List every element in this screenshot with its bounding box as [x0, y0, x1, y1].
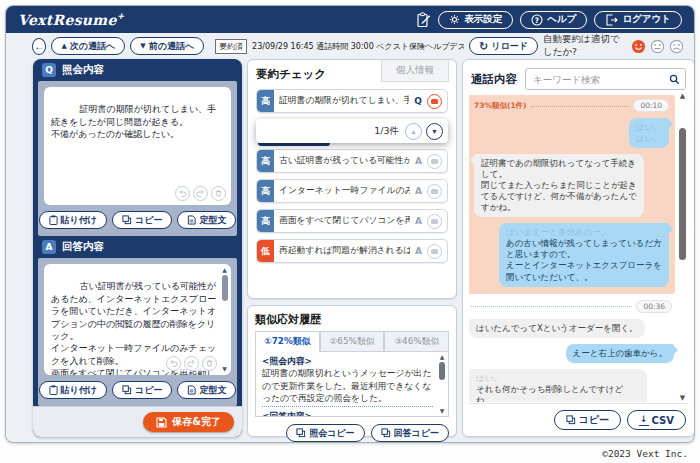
comment-icon[interactable] — [427, 184, 442, 199]
next-call-button[interactable]: ▲次の通話へ — [51, 37, 125, 55]
transcript-copy-button[interactable]: コピー — [554, 410, 621, 430]
answer-template-button[interactable]: 定型文 — [177, 381, 236, 399]
answer-title: 回答内容 — [62, 240, 104, 254]
summary-item[interactable]: 低再起動すれば問題が解消されるはず…A — [256, 239, 448, 263]
chat-line: 証明書であの期限切れってなって手続きして。 — [481, 158, 637, 180]
summary-item[interactable]: 高古い証明書が残っている可能性があ…A — [256, 149, 448, 173]
prev-call-button[interactable]: ▼前の通話へ — [130, 37, 204, 55]
redo-icon[interactable] — [184, 356, 199, 371]
summary-item[interactable]: 高インターネット一時ファイルのみチ…A — [256, 179, 448, 203]
similar-tabs: ①72%類似 ②65%類似 ③46%類似 — [255, 331, 449, 352]
inquiry-copy-button[interactable]: 照会コピー — [286, 424, 364, 442]
header-actions: 表示設定 ? ヘルプ ログアウト — [416, 11, 682, 29]
reload-button[interactable]: ↻リロード — [469, 37, 538, 55]
chat-scrollbar[interactable]: ▲ ▼ — [677, 92, 688, 402]
search-input[interactable] — [531, 73, 665, 86]
scroll-down-icon[interactable]: ▼ — [440, 407, 445, 415]
csv-download-button[interactable]: ↓CSV — [627, 410, 686, 430]
answer-buttons: 貼り付け コピー 定型文 — [44, 375, 231, 402]
undo-icon[interactable] — [175, 186, 190, 201]
answer-paste-button[interactable]: 貼り付け — [39, 381, 107, 399]
answer-edit-tools — [166, 356, 217, 371]
tab-similar-46[interactable]: ③46%類似 — [384, 331, 449, 352]
comment-icon[interactable] — [427, 244, 442, 259]
trash-icon[interactable] — [202, 356, 217, 371]
summary-text: 証明書の期限が切れてしまい、手続… — [279, 95, 409, 107]
call-footer-buttons: コピー ↓CSV — [554, 410, 686, 430]
pager-down-button[interactable]: ▼ — [426, 123, 443, 140]
summary-list: 高証明書の期限が切れてしまい、手続…Q1/3件▲▼高古い証明書が残っている可能性… — [256, 89, 448, 263]
summary-text: 画面をすべて閉じてパソコンを再起… — [279, 215, 410, 227]
similar-answer-label: <回答内容> — [262, 410, 433, 417]
document-icon — [187, 385, 196, 395]
scroll-up-icon[interactable]: ▲ — [680, 92, 685, 100]
similar-scrollbar[interactable]: ▲▼ — [437, 353, 447, 415]
summary-check-card: 要約チェック 個人情報 高証明書の期限が切れてしまい、手続…Q1/3件▲▼高古い… — [247, 59, 457, 299]
inquiry-paste-button[interactable]: 貼り付け — [39, 211, 107, 229]
inquiry-copy-button[interactable]: コピー — [112, 211, 172, 229]
save-icon — [156, 417, 167, 428]
copy-label: コピー — [135, 384, 162, 397]
a-icon: A — [42, 240, 56, 254]
neutral-face-icon[interactable] — [650, 39, 665, 54]
template-label: 定型文 — [199, 384, 226, 397]
scroll-thumb[interactable] — [222, 275, 228, 301]
tab-similar-72[interactable]: ①72%類似 — [255, 331, 320, 352]
summary-pager: 1/3件▲▼ — [256, 119, 448, 143]
inquiry-header: Q 照会内容 — [33, 59, 242, 81]
chat-bubble-right: えーと右上の歯車から。 — [566, 344, 675, 363]
answer-textarea[interactable]: 古い証明書が残っている可能性があるため、インターネットエクスプローラを開いていた… — [44, 264, 231, 375]
inquiry-text: 証明書の期限が切れてしまい、手続きをしたが同じ問題が起きる。 不備があったのか確… — [51, 104, 216, 139]
memo-icon[interactable] — [416, 12, 431, 28]
pager-up-button[interactable]: ▲ — [405, 123, 422, 140]
app-logo: VextResume+ — [18, 11, 124, 28]
scroll-up-icon[interactable]: ▲ — [222, 266, 227, 274]
save-complete-button[interactable]: 保存&完了 — [143, 412, 234, 432]
question-icon: ? — [531, 14, 543, 26]
scroll-thumb[interactable] — [679, 128, 686, 260]
display-settings-button[interactable]: 表示設定 — [438, 11, 513, 29]
trash-icon[interactable] — [211, 186, 226, 201]
qa-letter: A — [415, 246, 422, 256]
search-icon[interactable] — [669, 74, 680, 85]
display-settings-label: 表示設定 — [464, 13, 502, 26]
scroll-down-icon[interactable]: ▼ — [222, 365, 227, 373]
similar-content: <照会内容> 証明書の期限切れというメッセージが出たので更新作業をした。最近利用… — [255, 352, 449, 417]
summary-item[interactable]: 高画面をすべて閉じてパソコンを再起…A — [256, 209, 448, 233]
feedback-question: 自動要約は適切でしたか? — [543, 33, 625, 59]
reload-icon: ↻ — [479, 41, 488, 52]
top-header: VextResume+ 表示設定 ? ヘルプ ログアウト — [6, 6, 694, 33]
next-call-label: 次の通話へ — [70, 40, 115, 53]
help-button[interactable]: ? ヘルプ — [520, 11, 587, 29]
similarity-label: 73%類似(1件) — [474, 101, 527, 111]
similar-inquiry-text: 証明書の期限切れというメッセージが出たので更新作業をした。最近利用できなくなった… — [262, 367, 433, 404]
answer-scrollbar[interactable]: ▲▼ — [220, 266, 229, 373]
back-button[interactable]: ← — [32, 38, 46, 55]
scroll-thumb[interactable] — [439, 362, 445, 380]
inquiry-template-button[interactable]: 定型文 — [177, 211, 236, 229]
sad-face-icon[interactable] — [669, 39, 684, 54]
qa-letter: A — [415, 186, 422, 196]
tab-similar-65[interactable]: ②65%類似 — [320, 331, 385, 352]
answer-copy-button[interactable]: 回答コピー — [371, 424, 449, 442]
undo-icon[interactable] — [166, 356, 181, 371]
inquiry-edit-tools — [175, 186, 226, 201]
main-area: Q 照会内容 証明書の期限が切れてしまい、手続きをしたが同じ問題が起きる。 不備… — [6, 59, 694, 437]
redo-icon[interactable] — [193, 186, 208, 201]
logout-button[interactable]: ログアウト — [594, 11, 682, 29]
chat-line: それも何かそっち削除しとんですけどね。 — [476, 384, 640, 402]
chat-line: あの古い情報が残ってしまっているだ方と思いますので。 — [506, 238, 662, 260]
summary-item[interactable]: 高証明書の期限が切れてしまい、手続…Q — [256, 89, 448, 113]
chat-bubble-left: はいたんでってXというオーダーを開く。 — [469, 319, 645, 338]
personal-info-tab[interactable]: 個人情報 — [381, 60, 449, 82]
qa-panel: Q 照会内容 証明書の期限が切れてしまい、手続きをしたが同じ問題が起きる。 不備… — [33, 59, 242, 437]
comment-icon[interactable] — [427, 94, 442, 109]
comment-icon[interactable] — [427, 214, 442, 229]
happy-face-icon[interactable] — [631, 39, 646, 54]
scroll-up-icon[interactable]: ▲ — [440, 353, 445, 361]
answer-copy-button[interactable]: コピー — [112, 381, 172, 399]
inquiry-textarea[interactable]: 証明書の期限が切れてしまい、手続きをしたが同じ問題が起きる。 不備があったのか確… — [44, 87, 231, 205]
comment-icon[interactable] — [427, 154, 442, 169]
scroll-down-icon[interactable]: ▼ — [680, 394, 685, 402]
copy-icon — [296, 428, 306, 438]
